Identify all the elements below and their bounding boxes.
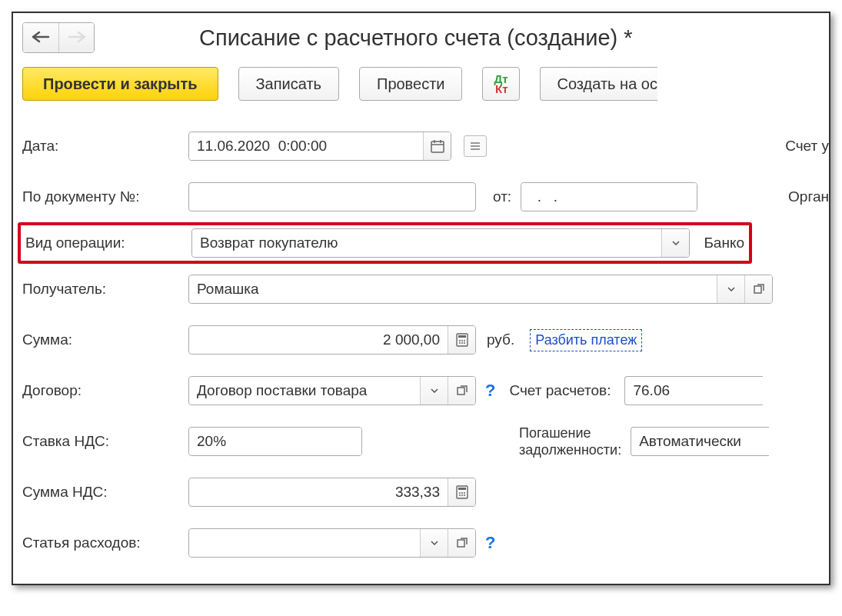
nav-buttons	[22, 22, 95, 53]
post-button[interactable]: Провести	[359, 67, 462, 101]
chevron-down-icon[interactable]	[420, 529, 448, 557]
vat-amount-label: Сумма НДС:	[22, 484, 188, 501]
svg-rect-22	[458, 488, 466, 490]
back-arrow-icon	[32, 28, 50, 48]
help-icon[interactable]: ?	[476, 533, 501, 553]
date-input[interactable]	[189, 132, 423, 160]
chevron-down-icon[interactable]	[420, 377, 448, 405]
calendar-icon[interactable]	[423, 132, 451, 160]
expense-item-label: Статья расходов:	[22, 534, 188, 551]
svg-point-19	[464, 342, 465, 344]
calculator-icon[interactable]	[448, 478, 475, 506]
settlement-account-input[interactable]	[624, 376, 763, 405]
record-button[interactable]: Записать	[238, 67, 339, 101]
dtkt-button[interactable]: ДтКт	[482, 67, 519, 101]
settlement-account-label: Счет расчетов:	[501, 382, 624, 399]
vat-amount-input[interactable]	[189, 478, 448, 506]
date-label: Дата:	[22, 138, 188, 155]
svg-rect-20	[458, 388, 464, 395]
svg-point-14	[459, 340, 461, 341]
svg-point-28	[464, 494, 465, 496]
expense-item-input[interactable]	[189, 529, 420, 557]
chevron-down-icon[interactable]	[717, 275, 744, 303]
chevron-down-icon[interactable]	[661, 229, 689, 257]
page-title: Списание с расчетного счета (создание) *	[107, 25, 829, 51]
split-payment-link[interactable]: Разбить платеж	[530, 329, 642, 351]
contract-label: Договор:	[22, 382, 188, 399]
recipient-input[interactable]	[189, 275, 717, 303]
svg-rect-0	[431, 142, 444, 152]
amount-input[interactable]	[189, 326, 448, 354]
from-date-input[interactable]	[521, 183, 697, 211]
doc-no-label: По документу №:	[22, 188, 188, 205]
svg-point-16	[464, 340, 465, 341]
svg-rect-11	[754, 286, 761, 293]
svg-point-18	[461, 342, 463, 344]
account-label: Счет у	[785, 138, 829, 155]
post-and-close-button[interactable]: Провести и закрыть	[22, 67, 218, 101]
create-based-on-button[interactable]: Создать на ос	[540, 67, 657, 101]
help-icon[interactable]: ?	[476, 381, 501, 401]
forward-arrow-icon	[68, 28, 86, 48]
back-button[interactable]	[23, 23, 58, 52]
calculator-icon[interactable]	[448, 326, 475, 354]
org-label: Орган	[788, 188, 829, 205]
vat-rate-label: Ставка НДС:	[22, 433, 188, 450]
open-external-icon[interactable]	[448, 377, 475, 405]
svg-point-24	[461, 492, 463, 494]
svg-point-17	[459, 342, 461, 344]
svg-point-15	[461, 340, 463, 341]
debt-repayment-label: Погашение задолженности:	[501, 425, 631, 459]
recipient-label: Получатель:	[22, 281, 188, 298]
list-icon[interactable]	[464, 135, 487, 157]
dtkt-icon: ДтКт	[494, 73, 508, 95]
doc-no-input[interactable]	[188, 182, 476, 211]
svg-point-27	[461, 494, 463, 496]
amount-label: Сумма:	[22, 331, 188, 348]
open-external-icon[interactable]	[744, 275, 772, 303]
debt-repayment-input[interactable]	[631, 427, 769, 456]
svg-rect-29	[458, 540, 464, 547]
svg-rect-13	[458, 335, 466, 338]
operation-type-label: Вид операции:	[21, 235, 191, 251]
operation-type-input[interactable]	[192, 229, 661, 257]
bank-label: Банко	[690, 235, 744, 251]
vat-rate-input[interactable]	[189, 428, 362, 455]
contract-input[interactable]	[189, 377, 420, 405]
svg-point-26	[459, 494, 461, 496]
currency-label: руб.	[476, 331, 530, 348]
from-label: от:	[476, 188, 521, 205]
open-external-icon[interactable]	[448, 529, 475, 557]
forward-button[interactable]	[58, 23, 94, 52]
svg-point-23	[459, 492, 461, 494]
svg-point-25	[464, 492, 465, 494]
